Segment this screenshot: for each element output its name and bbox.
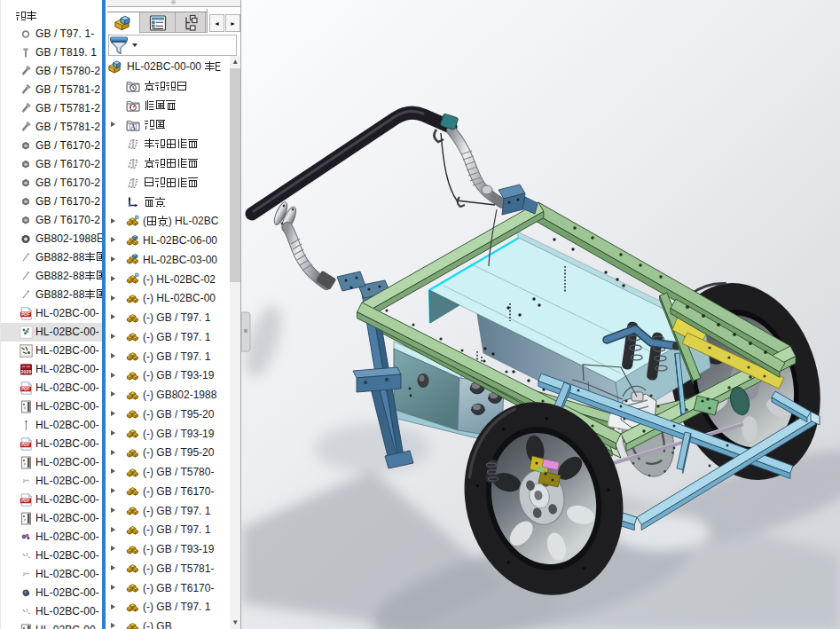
svg-text:PDF: PDF — [21, 312, 29, 317]
svg-text:2020: 2020 — [21, 369, 32, 374]
svg-text:PDF: PDF — [21, 443, 29, 447]
svg-text:PDF: PDF — [21, 387, 29, 391]
svg-text:A: A — [130, 122, 136, 130]
svg-text:PDF: PDF — [21, 499, 29, 503]
